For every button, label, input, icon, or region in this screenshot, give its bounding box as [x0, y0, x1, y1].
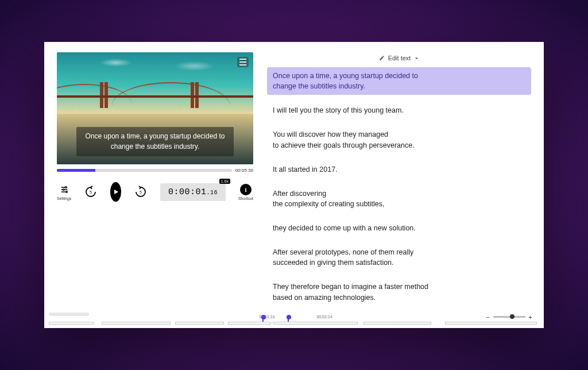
clip[interactable]: Je suis UX/UI Designer… 00:00:20: [445, 322, 537, 325]
progress-bar[interactable]: [57, 169, 232, 172]
settings-button[interactable]: Settings: [57, 184, 71, 201]
transcript-segment[interactable]: After several prototypes, none of them r…: [267, 244, 531, 271]
sliders-icon: [59, 184, 70, 195]
clip-label: Florian, after discovering…: [229, 322, 270, 325]
clip[interactable]: H8-Bonjour, moi… 00:00:06: [49, 322, 94, 325]
zoom-out-icon[interactable]: −: [486, 314, 489, 321]
svg-point-1: [63, 188, 64, 190]
clip-label: J'accompagne les PME/Startups dans…: [102, 322, 170, 325]
chevron-down-icon: [414, 56, 419, 61]
play-button[interactable]: [110, 182, 121, 202]
clip-label: Je suis UX/UI Designer…: [446, 322, 536, 325]
info-icon: i: [240, 184, 252, 195]
video-menu-icon[interactable]: [237, 57, 249, 67]
timeline-tick: 00:02:24: [316, 315, 332, 319]
speed-badge[interactable]: 1.0x: [219, 179, 230, 184]
clip[interactable]: J'ai également fondé…: [175, 322, 224, 325]
clip[interactable]: Florian, after discovering…: [228, 322, 270, 325]
transcript-segment[interactable]: It all started in 2017.: [267, 161, 531, 178]
svg-text:5: 5: [140, 190, 142, 194]
zoom-slider[interactable]: [493, 316, 525, 318]
svg-point-0: [65, 186, 67, 188]
shortcut-label: Shortcut: [238, 196, 253, 201]
clip-track: H8-Bonjour, moi… 00:00:06J'accompagne le…: [49, 322, 539, 325]
video-duration: 00:05:30: [235, 168, 253, 173]
timeline[interactable]: 00:01:10 00:02:24 − + H8-Bonjour, moi… 0…: [44, 311, 544, 328]
transcript-segment[interactable]: After discovering the complexity of crea…: [267, 185, 531, 213]
video-caption: Once upon a time, a young startup decide…: [76, 127, 234, 156]
transcript-segment[interactable]: Once upon a time, a young startup decide…: [267, 67, 531, 95]
video-player[interactable]: Once upon a time, a young startup decide…: [57, 52, 253, 164]
clip[interactable]: Nous avons à ce jour organisé 6 séjours …: [274, 322, 358, 325]
video-panel: Once upon a time, a young startup decide…: [57, 52, 253, 306]
transcript[interactable]: Once upon a time, a young startup decide…: [267, 67, 531, 306]
clip-label: Nous nous concentrons…: [364, 322, 431, 325]
clip-label: Nous avons à ce jour organisé 6 séjours …: [274, 322, 357, 325]
zoom-control[interactable]: − +: [486, 314, 532, 321]
editor-panel: Edit text Once upon a time, a young star…: [267, 52, 531, 306]
player-controls: Settings 5 5 0:00:01.16 1.0x i Shortcut: [57, 182, 253, 202]
transcript-segment[interactable]: You will discover how they managed to ac…: [267, 126, 531, 153]
shortcut-button[interactable]: i Shortcut: [238, 184, 253, 201]
clip[interactable]: J'accompagne les PME/Startups dans… 00:0…: [102, 322, 171, 325]
app-window: Once upon a time, a young startup decide…: [44, 42, 544, 328]
edit-text-dropdown[interactable]: Edit text: [374, 52, 424, 64]
transcript-segment[interactable]: I will tell you the story of this young …: [267, 102, 531, 119]
zoom-in-icon[interactable]: +: [529, 314, 532, 321]
skip-forward-button[interactable]: 5: [134, 184, 148, 199]
pencil-icon: [379, 55, 385, 61]
skip-back-button[interactable]: 5: [84, 184, 98, 199]
settings-label: Settings: [57, 196, 71, 201]
edit-text-label: Edit text: [388, 55, 411, 61]
transcript-segment[interactable]: they decided to come up with a new solut…: [267, 219, 531, 237]
svg-text:5: 5: [90, 190, 92, 194]
clip-label: J'ai également fondé…: [176, 322, 223, 325]
timecode-display[interactable]: 0:00:01.16 1.0x: [160, 183, 226, 201]
transcript-segment[interactable]: They therefore began to imagine a faster…: [267, 278, 531, 306]
clip[interactable]: Nous nous concentrons…: [363, 322, 431, 325]
clip-label: H8-Bonjour, moi…: [49, 322, 93, 325]
